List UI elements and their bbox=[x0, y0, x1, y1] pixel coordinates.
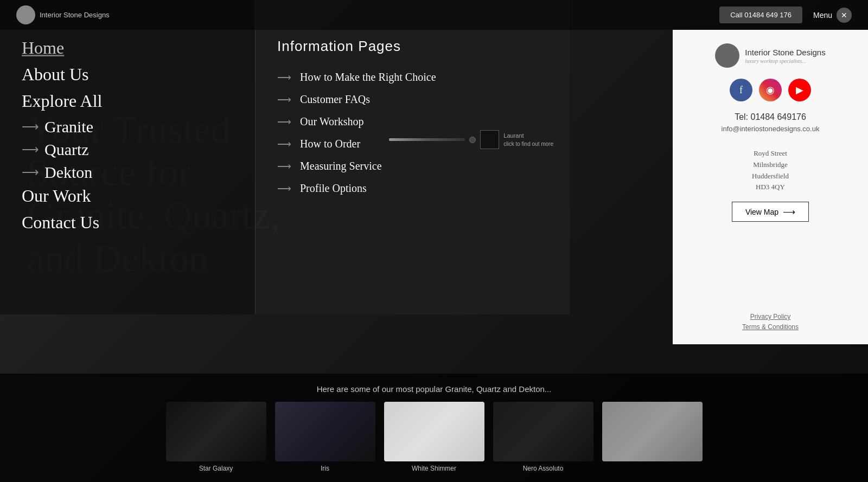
social-icons-row: f ◉ ▶ bbox=[730, 79, 811, 101]
facebook-icon[interactable]: f bbox=[730, 79, 752, 101]
facebook-letter: f bbox=[739, 85, 743, 96]
granite-arrow-icon: ⟶ bbox=[22, 120, 39, 134]
swatch-box bbox=[480, 130, 499, 149]
info-link-faqs-label: Customer FAQs bbox=[300, 93, 370, 106]
sample-label-star-galaxy: Star Galaxy bbox=[199, 465, 233, 472]
logo-circle bbox=[16, 5, 35, 24]
logo-text: Interior Stone Designs bbox=[40, 11, 110, 19]
sample-grey[interactable] bbox=[602, 402, 703, 465]
nav-dekton-label: Dekton bbox=[44, 163, 92, 182]
info-link-profile[interactable]: ⟶ Profile Options bbox=[277, 182, 570, 195]
nav-quartz-label: Quartz bbox=[44, 140, 89, 159]
top-bar-right: Call 01484 649 176 Menu ✕ bbox=[719, 7, 852, 23]
right-panel-logo-text-block: Interior Stone Designs luxury worktop sp… bbox=[745, 47, 825, 64]
faqs-arrow-icon: ⟶ bbox=[277, 94, 292, 106]
sample-img-nero bbox=[493, 402, 593, 461]
info-panel-title: Information Pages bbox=[277, 38, 570, 55]
right-panel-logo: Interior Stone Designs luxury worktop sp… bbox=[715, 43, 825, 68]
nav-item-home[interactable]: Home bbox=[22, 38, 255, 58]
top-bar: Interior Stone Designs Call 01484 649 17… bbox=[0, 0, 868, 30]
swatch-gradient-bar bbox=[389, 138, 465, 141]
choice-arrow-icon: ⟶ bbox=[277, 72, 292, 83]
info-panel: Information Pages ⟶ How to Make the Righ… bbox=[255, 0, 570, 314]
info-link-choice[interactable]: ⟶ How to Make the Right Choice bbox=[277, 71, 570, 83]
view-map-button[interactable]: View Map ⟶ bbox=[732, 202, 809, 222]
email-line: info@interiostonedesigns.co.uk bbox=[722, 125, 820, 133]
profile-arrow-icon: ⟶ bbox=[277, 183, 292, 195]
info-link-order-label: How to Order bbox=[300, 138, 360, 150]
swatch-label: Laurantclick to find out more bbox=[503, 132, 553, 147]
nav-overlay: Home About Us Explore All ⟶ Granite ⟶ Qu… bbox=[0, 0, 255, 314]
right-panel-logo-sub: luxury worktop specialists... bbox=[745, 58, 825, 64]
address-block: Royd Street Milnsbridge Huddersfield HD3… bbox=[752, 148, 789, 193]
sample-iris[interactable]: Iris bbox=[275, 402, 375, 472]
info-link-profile-label: Profile Options bbox=[300, 182, 367, 195]
workshop-arrow-icon: ⟶ bbox=[277, 116, 292, 128]
sample-label-iris: Iris bbox=[321, 465, 329, 472]
sample-nero[interactable]: Nero Assoluto bbox=[493, 402, 593, 472]
info-link-workshop-label: Our Workshop bbox=[300, 115, 363, 128]
terms-link[interactable]: Terms & Conditions bbox=[742, 323, 799, 331]
sample-img-iris bbox=[275, 402, 375, 461]
dekton-arrow-icon: ⟶ bbox=[22, 165, 39, 179]
samples-row: Star Galaxy Iris White Shimmer Nero Asso… bbox=[166, 402, 703, 472]
info-link-measuring[interactable]: ⟶ Measuring Service bbox=[277, 160, 570, 172]
instagram-icon[interactable]: ◉ bbox=[759, 79, 782, 101]
address-line3: Huddersfield bbox=[752, 171, 789, 182]
nav-item-contact[interactable]: Contact Us bbox=[22, 213, 255, 233]
call-button[interactable]: Call 01484 649 176 bbox=[719, 7, 802, 23]
order-arrow-icon: ⟶ bbox=[277, 138, 292, 150]
youtube-icon[interactable]: ▶ bbox=[788, 79, 811, 101]
samples-description: Here are some of our most popular Granit… bbox=[317, 384, 552, 394]
sample-star-galaxy[interactable]: Star Galaxy bbox=[166, 402, 266, 472]
swatch-dot bbox=[469, 137, 476, 143]
nav-item-granite[interactable]: ⟶ Granite bbox=[22, 118, 255, 136]
sample-img-star-galaxy bbox=[166, 402, 266, 461]
nav-item-quartz[interactable]: ⟶ Quartz bbox=[22, 140, 255, 159]
nav-our-work-label: Our Work bbox=[22, 186, 91, 206]
sample-label-white-shimmer: White Shimmer bbox=[412, 465, 456, 472]
nav-home-label: Home bbox=[22, 38, 64, 58]
address-line2: Milnsbridge bbox=[752, 159, 789, 171]
instagram-symbol: ◉ bbox=[766, 84, 775, 96]
menu-button[interactable]: Menu ✕ bbox=[813, 8, 852, 23]
nav-item-dekton[interactable]: ⟶ Dekton bbox=[22, 163, 255, 182]
nav-item-our-work[interactable]: Our Work bbox=[22, 186, 255, 206]
right-panel: Interior Stone Designs luxury worktop sp… bbox=[673, 30, 868, 344]
nav-explore-label: Explore All bbox=[22, 91, 102, 111]
privacy-policy-link[interactable]: Privacy Policy bbox=[750, 313, 791, 320]
menu-label: Menu bbox=[813, 11, 832, 20]
view-map-label: View Map bbox=[745, 208, 778, 216]
right-panel-logo-circle bbox=[715, 43, 739, 68]
info-link-choice-label: How to Make the Right Choice bbox=[300, 71, 436, 83]
laurant-swatch: Laurantclick to find out more bbox=[389, 130, 553, 149]
contact-info: Tel: 01484 649176 info@interiostonedesig… bbox=[722, 112, 820, 139]
info-link-measuring-label: Measuring Service bbox=[300, 160, 382, 172]
info-link-workshop[interactable]: ⟶ Our Workshop bbox=[277, 115, 570, 128]
footer-links: Privacy Policy Terms & Conditions bbox=[742, 313, 799, 331]
samples-strip: Here are some of our most popular Granit… bbox=[0, 374, 868, 482]
tel-line: Tel: 01484 649176 bbox=[722, 112, 820, 122]
nav-contact-label: Contact Us bbox=[22, 213, 99, 233]
right-panel-logo-name: Interior Stone Designs bbox=[745, 47, 825, 58]
measuring-arrow-icon: ⟶ bbox=[277, 160, 292, 172]
sample-img-white-shimmer bbox=[384, 402, 484, 461]
quartz-arrow-icon: ⟶ bbox=[22, 143, 39, 157]
view-map-arrow-icon: ⟶ bbox=[783, 207, 795, 217]
top-bar-logo: Interior Stone Designs bbox=[16, 5, 110, 24]
youtube-symbol: ▶ bbox=[796, 84, 803, 96]
sample-white-shimmer[interactable]: White Shimmer bbox=[384, 402, 484, 472]
nav-granite-label: Granite bbox=[44, 118, 93, 136]
address-line1: Royd Street bbox=[752, 148, 789, 159]
nav-about-label: About Us bbox=[22, 65, 89, 85]
address-line4: HD3 4QY bbox=[752, 182, 789, 193]
sample-img-grey bbox=[602, 402, 703, 461]
sample-label-nero: Nero Assoluto bbox=[523, 465, 564, 472]
nav-item-about[interactable]: About Us bbox=[22, 65, 255, 85]
nav-item-explore[interactable]: Explore All bbox=[22, 91, 255, 111]
info-link-faqs[interactable]: ⟶ Customer FAQs bbox=[277, 93, 570, 106]
close-icon[interactable]: ✕ bbox=[837, 8, 852, 23]
